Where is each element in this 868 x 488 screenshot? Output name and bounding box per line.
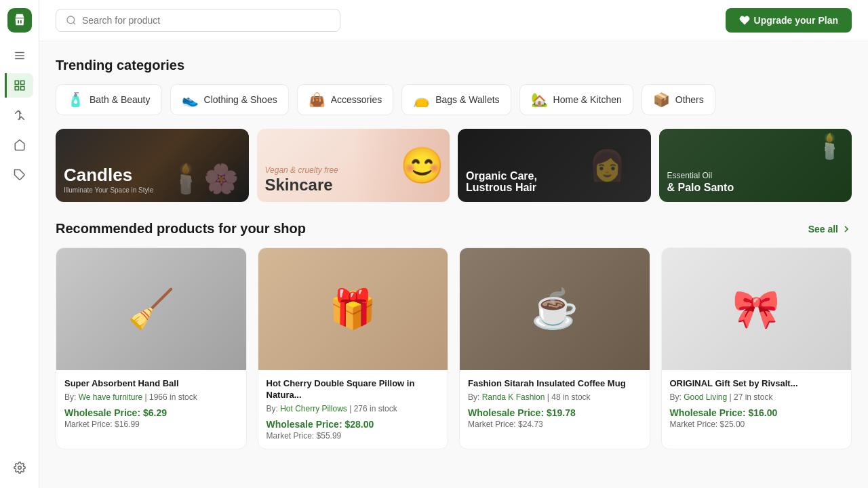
wholesale-price-p2: Wholesale Price: $28.00 bbox=[267, 419, 440, 430]
sidebar-item-dashboard[interactable] bbox=[5, 73, 33, 98]
banner-essential-title: & Palo Santo bbox=[667, 182, 844, 194]
banner-skincare-text: Vegan & cruelty free Skincare bbox=[257, 157, 450, 202]
banner-organic[interactable]: 👩 Organic Care, Lustrous Hair bbox=[458, 129, 651, 202]
category-bags-wallets[interactable]: 👝 Bags & Wallets bbox=[401, 84, 511, 115]
product-name-p4: ORIGINAL Gift Set by Rivsalt... bbox=[670, 378, 844, 390]
content-area: Trending categories 🧴 Bath & Beauty 👟 Cl… bbox=[39, 41, 868, 466]
product-card-p4[interactable]: 🎀 ORIGINAL Gift Set by Rivsalt... By: Go… bbox=[661, 247, 852, 449]
categories-row: 🧴 Bath & Beauty 👟 Clothing & Shoes 👜 Acc… bbox=[56, 84, 852, 115]
product-info-p1: Super Absorbent Hand Ball By: We have fu… bbox=[56, 370, 246, 437]
market-price-p3: Market Price: $24.73 bbox=[468, 420, 642, 429]
banner-skincare-title: Skincare bbox=[265, 176, 442, 194]
banner-skincare-small: Vegan & cruelty free bbox=[265, 165, 442, 175]
products-grid: 🧹 Super Absorbent Hand Ball By: We have … bbox=[56, 247, 852, 449]
svg-line-11 bbox=[73, 22, 75, 24]
header: Upgrade your Plan bbox=[39, 0, 868, 41]
clothing-shoes-icon: 👟 bbox=[182, 92, 199, 108]
banner-essential-text: Essential Oil & Palo Santo bbox=[659, 163, 852, 202]
banner-organic-title: Organic Care, Lustrous Hair bbox=[466, 170, 643, 194]
trending-title: Trending categories bbox=[56, 58, 852, 73]
svg-rect-6 bbox=[21, 87, 24, 90]
sidebar-item-store[interactable] bbox=[7, 133, 32, 157]
market-price-p1: Market Price: $16.99 bbox=[64, 420, 238, 429]
sidebar-item-tags[interactable] bbox=[7, 163, 32, 187]
recommended-header: Recommended products for your shop See a… bbox=[56, 221, 852, 237]
others-icon: 📦 bbox=[653, 92, 670, 108]
sidebar bbox=[0, 0, 39, 488]
see-all-link[interactable]: See all bbox=[808, 224, 852, 235]
market-price-p2: Market Price: $55.99 bbox=[267, 431, 440, 441]
sidebar-item-settings[interactable] bbox=[7, 455, 32, 480]
wholesale-price-p4: Wholesale Price: $16.00 bbox=[670, 407, 844, 418]
product-seller-p3: By: Randa K Fashion | 48 in stock bbox=[468, 392, 642, 402]
category-others[interactable]: 📦 Others bbox=[642, 84, 715, 115]
banner-candles-sub: Illuminate Your Space in Style bbox=[64, 186, 241, 194]
product-name-p1: Super Absorbent Hand Ball bbox=[64, 378, 238, 390]
svg-point-9 bbox=[18, 466, 21, 470]
recommended-title: Recommended products for your shop bbox=[56, 221, 306, 237]
search-icon bbox=[66, 15, 77, 26]
seller-link-p3[interactable]: Randa K Fashion bbox=[482, 392, 545, 402]
banner-essential[interactable]: 🕯️ Essential Oil & Palo Santo bbox=[659, 129, 852, 202]
category-clothing-shoes[interactable]: 👟 Clothing & Shoes bbox=[170, 84, 289, 115]
wholesale-price-p1: Wholesale Price: $6.29 bbox=[64, 407, 238, 418]
category-accessories-label: Accessories bbox=[331, 94, 382, 105]
banner-organic-text: Organic Care, Lustrous Hair bbox=[458, 162, 651, 202]
product-name-p3: Fashion Sitarah Insulated Coffee Mug bbox=[468, 378, 642, 390]
category-bath-beauty[interactable]: 🧴 Bath & Beauty bbox=[56, 84, 162, 115]
product-img-p3: ☕ bbox=[460, 248, 650, 370]
product-info-p3: Fashion Sitarah Insulated Coffee Mug By:… bbox=[460, 370, 650, 437]
chevron-right-icon bbox=[841, 224, 852, 235]
product-seller-p1: By: We have furniture | 1966 in stock bbox=[64, 392, 238, 402]
category-home-kitchen[interactable]: 🏡 Home & Kitchen bbox=[519, 84, 633, 115]
accessories-icon: 👜 bbox=[309, 92, 326, 108]
search-box[interactable] bbox=[56, 9, 340, 32]
product-img-p4: 🎀 bbox=[662, 248, 852, 370]
product-card-p1[interactable]: 🧹 Super Absorbent Hand Ball By: We have … bbox=[56, 247, 247, 449]
banner-skincare[interactable]: 😊 Vegan & cruelty free Skincare bbox=[257, 129, 450, 202]
banner-candles-text: Candles Illuminate Your Space in Style bbox=[56, 157, 249, 202]
heart-icon bbox=[739, 15, 750, 26]
seller-link-p2[interactable]: Hot Cherry Pillows bbox=[280, 404, 347, 413]
bath-beauty-icon: 🧴 bbox=[67, 92, 84, 108]
category-bath-beauty-label: Bath & Beauty bbox=[90, 94, 151, 105]
category-others-label: Others bbox=[675, 94, 704, 105]
category-home-kitchen-label: Home & Kitchen bbox=[553, 94, 622, 105]
product-name-p2: Hot Cherry Double Square Pillow in Natur… bbox=[267, 378, 440, 401]
product-seller-p2: By: Hot Cherry Pillows | 276 in stock bbox=[267, 404, 440, 413]
seller-link-p1[interactable]: We have furniture bbox=[79, 392, 143, 402]
product-card-p2[interactable]: 🎁 Hot Cherry Double Square Pillow in Nat… bbox=[258, 247, 449, 449]
svg-rect-4 bbox=[21, 81, 24, 84]
svg-rect-5 bbox=[15, 87, 18, 90]
market-price-p4: Market Price: $25.00 bbox=[670, 420, 844, 429]
product-info-p4: ORIGINAL Gift Set by Rivsalt... By: Good… bbox=[662, 370, 852, 437]
category-bags-wallets-label: Bags & Wallets bbox=[435, 94, 499, 105]
banner-essential-small: Essential Oil bbox=[667, 171, 844, 180]
product-card-p3[interactable]: ☕ Fashion Sitarah Insulated Coffee Mug B… bbox=[459, 247, 650, 449]
category-clothing-shoes-label: Clothing & Shoes bbox=[204, 94, 277, 105]
svg-point-10 bbox=[67, 16, 75, 24]
product-img-p1: 🧹 bbox=[56, 248, 246, 370]
sidebar-bottom bbox=[7, 455, 32, 480]
banner-candles-title: Candles bbox=[64, 165, 241, 185]
home-kitchen-icon: 🏡 bbox=[531, 92, 548, 108]
logo-icon bbox=[12, 13, 27, 28]
sidebar-item-filter[interactable] bbox=[7, 103, 32, 127]
bags-wallets-icon: 👝 bbox=[413, 92, 430, 108]
sidebar-item-menu[interactable] bbox=[7, 43, 32, 68]
category-accessories[interactable]: 👜 Accessories bbox=[297, 84, 393, 115]
banner-grid: 🕯️🌸 Candles Illuminate Your Space in Sty… bbox=[56, 129, 852, 202]
upgrade-button[interactable]: Upgrade your Plan bbox=[726, 8, 852, 33]
app-logo bbox=[7, 8, 32, 33]
main-content: Upgrade your Plan Trending categories 🧴 … bbox=[39, 0, 868, 488]
seller-link-p4[interactable]: Good Living bbox=[684, 392, 727, 402]
product-info-p2: Hot Cherry Double Square Pillow in Natur… bbox=[258, 370, 448, 449]
product-seller-p4: By: Good Living | 27 in stock bbox=[670, 392, 844, 402]
wholesale-price-p3: Wholesale Price: $19.78 bbox=[468, 407, 642, 418]
product-img-p2: 🎁 bbox=[258, 248, 448, 370]
banner-candles[interactable]: 🕯️🌸 Candles Illuminate Your Space in Sty… bbox=[56, 129, 249, 202]
svg-rect-3 bbox=[15, 81, 18, 84]
search-input[interactable] bbox=[82, 15, 330, 26]
